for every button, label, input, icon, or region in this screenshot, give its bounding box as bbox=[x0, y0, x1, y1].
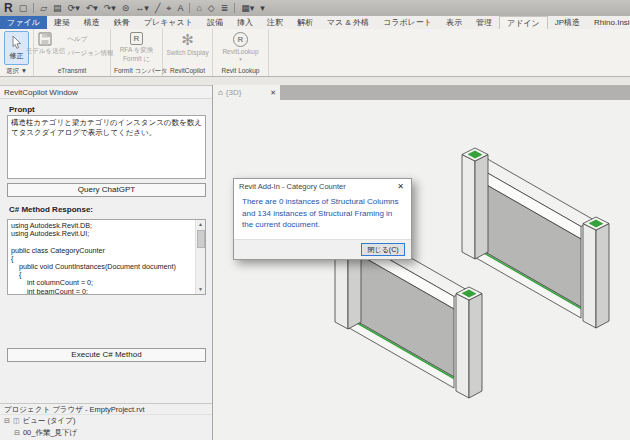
ribbon-seam bbox=[0, 77, 630, 85]
formit-icon: R bbox=[130, 32, 143, 45]
ui-window-icon[interactable]: ▢ bbox=[19, 0, 28, 16]
line-icon[interactable]: ╱ bbox=[155, 0, 160, 16]
view-tab-3d[interactable]: ⌂ {3D} ✕ bbox=[214, 85, 280, 100]
views-type-icon: ◫ bbox=[13, 417, 20, 425]
tab-systems[interactable]: 設備 bbox=[200, 16, 230, 29]
save-icon[interactable]: ▤ bbox=[53, 0, 62, 16]
undo-icon[interactable]: ↶▾ bbox=[86, 0, 98, 16]
scroll-down-icon[interactable]: ▼ bbox=[196, 285, 205, 294]
expander-icon[interactable]: ⊟ bbox=[14, 429, 20, 437]
expander-icon[interactable]: ⊟ bbox=[4, 417, 10, 425]
view-tab-close-icon[interactable]: ✕ bbox=[270, 89, 276, 97]
panel-label-select[interactable]: 選択 ▼ bbox=[0, 66, 33, 76]
ribbon-panel-formit: R RFA を変換 FormIt に FormIt コンバータ bbox=[111, 29, 163, 76]
send-model-button[interactable]: モデルを送信 bbox=[28, 31, 62, 56]
tree-row-views[interactable]: ⊟ ◫ ビュー (タイプ) bbox=[0, 415, 212, 427]
framing-panel bbox=[462, 148, 609, 328]
dialog-footer: 閉じる(C) bbox=[234, 239, 411, 259]
ribbon-tab-row: ファイル 建築 構造 鉄骨 プレキャスト 設備 挿入 注釈 解析 マス & 外構… bbox=[0, 16, 630, 29]
revitlookup-button[interactable]: R RevitLookup ▾ bbox=[220, 31, 260, 62]
view-tab-label: {3D} bbox=[226, 88, 242, 97]
revitlookup-icon: R bbox=[233, 32, 248, 47]
tab-structure[interactable]: 構造 bbox=[77, 16, 107, 29]
position-icon[interactable]: ⌖ bbox=[166, 0, 171, 16]
execute-csharp-button[interactable]: Execute C# Method bbox=[7, 348, 206, 362]
scroll-thumb[interactable] bbox=[197, 230, 205, 248]
qat-separator bbox=[234, 3, 235, 13]
print-icon[interactable]: ⊜ bbox=[122, 0, 130, 16]
dialog-title: Revit Add-In - Category Counter bbox=[239, 182, 346, 191]
code-text: using Autodesk.Revit.DB; using Autodesk.… bbox=[11, 222, 202, 295]
convert-rfa-button[interactable]: R RFA を変換 FormIt に bbox=[118, 31, 156, 63]
tab-steel[interactable]: 鉄骨 bbox=[107, 16, 137, 29]
panel-label-revitcopilot: RevitCopilot bbox=[163, 66, 212, 76]
code-response-box[interactable]: using Autodesk.Revit.DB; using Autodesk.… bbox=[7, 219, 206, 295]
openai-icon: ✻ bbox=[181, 32, 194, 48]
tab-manage[interactable]: 管理 bbox=[469, 16, 499, 29]
tab-addins[interactable]: アドイン bbox=[499, 16, 548, 29]
query-chatgpt-button[interactable]: Query ChatGPT bbox=[7, 183, 206, 197]
dialog-close-button[interactable]: 閉じる(C) bbox=[361, 243, 405, 256]
sync-icon[interactable]: ⟳▾ bbox=[68, 0, 80, 16]
response-label: C# Method Response: bbox=[9, 205, 93, 214]
tab-architecture[interactable]: 建築 bbox=[47, 16, 77, 29]
ribbon-panel-revitcopilot: ✻ Switch Display RevitCopilot bbox=[163, 29, 213, 76]
panel-label-revitlookup: Revit Lookup bbox=[213, 66, 268, 76]
formit-icon-letter: R bbox=[134, 34, 140, 43]
tab-view[interactable]: 表示 bbox=[439, 16, 469, 29]
view-tab-bar: ⌂ {3D} ✕ bbox=[214, 85, 630, 100]
panel-label-formit: FormIt コンバータ bbox=[111, 66, 162, 76]
send-model-label: モデルを送信 bbox=[26, 47, 66, 55]
ribbon-panel-etransmit: モデルを送信 ヘルプ バージョン情報 eTransmit bbox=[34, 29, 111, 76]
tree-label-views: ビュー (タイプ) bbox=[23, 416, 76, 426]
redo-icon[interactable]: ↷▾ bbox=[104, 0, 116, 16]
prompt-input[interactable]: 構造柱カテゴリと梁カテゴリのインスタンスの数を数えてタスクダイアログで表示してく… bbox=[7, 115, 206, 179]
revitcopilot-pane: RevitCopilot Window Pronpt 構造柱カテゴリと梁カテゴリ… bbox=[0, 85, 213, 440]
tab-annotate[interactable]: 注釈 bbox=[260, 16, 290, 29]
revitlookup-label: RevitLookup bbox=[222, 48, 258, 56]
project-browser: プロジェクト ブラウザ - EmptyProject.rvt ⊟ ◫ ビュー (… bbox=[0, 403, 212, 439]
tab-collaborate[interactable]: コラボレート bbox=[376, 16, 439, 29]
view-cube-icon[interactable]: ◇ bbox=[208, 0, 215, 16]
switch-windows-icon[interactable]: ▦▾ bbox=[241, 0, 254, 16]
qat-separator bbox=[189, 3, 190, 13]
dialog-message: There are 0 instances of Structural Colu… bbox=[242, 196, 403, 231]
window-titlebar: R ▢ ▱ ▤ ⟳▾ ↶▾ ↷▾ ⊜ ↔▾ ╱ ⌖ A ⌂ ◇ ≣ ▦▾ ▾ bbox=[0, 0, 630, 16]
scroll-up-icon[interactable]: ▲ bbox=[196, 220, 205, 229]
help-button[interactable]: ヘルプ bbox=[65, 34, 115, 45]
dialog-close-icon[interactable]: ✕ bbox=[395, 182, 406, 191]
3d-view bbox=[214, 100, 630, 440]
tab-insert[interactable]: 挿入 bbox=[230, 16, 260, 29]
tab-massing-site[interactable]: マス & 外構 bbox=[320, 16, 376, 29]
convert-rfa-label-2: FormIt に bbox=[123, 55, 150, 63]
tab-precast[interactable]: プレキャスト bbox=[137, 16, 200, 29]
tab-jp-structure[interactable]: JP構造 bbox=[548, 16, 587, 29]
cursor-icon bbox=[12, 36, 22, 49]
revit-logo-icon[interactable]: R bbox=[4, 0, 13, 16]
open-icon[interactable]: ▱ bbox=[40, 0, 47, 16]
version-info-button[interactable]: バージョン情報 bbox=[65, 48, 115, 59]
qat-separator bbox=[33, 3, 34, 13]
tree-row-workview[interactable]: ⊟ 00_作業_見下げ bbox=[0, 427, 212, 439]
panel-label-etransmit: eTransmit bbox=[34, 66, 110, 76]
revitlookup-icon-letter: R bbox=[238, 35, 244, 44]
tab-analyze[interactable]: 解析 bbox=[290, 16, 320, 29]
home-icon[interactable]: ⌂ bbox=[196, 0, 201, 16]
drawing-canvas[interactable] bbox=[214, 100, 630, 440]
switch-display-button[interactable]: ✻ Switch Display bbox=[167, 31, 208, 58]
measure-icon[interactable]: ↔▾ bbox=[135, 0, 149, 16]
text-icon[interactable]: A bbox=[177, 0, 183, 16]
dialog-body: There are 0 instances of Structural Colu… bbox=[234, 193, 411, 239]
tree-label-workview: 00_作業_見下げ bbox=[23, 428, 77, 438]
customize-qat-icon[interactable]: ▾ bbox=[260, 0, 265, 16]
view-3d-icon: ⌂ bbox=[218, 88, 223, 97]
project-browser-title[interactable]: プロジェクト ブラウザ - EmptyProject.rvt bbox=[0, 403, 212, 415]
tab-file[interactable]: ファイル bbox=[0, 16, 47, 29]
dialog-titlebar[interactable]: Revit Add-In - Category Counter ✕ bbox=[234, 179, 411, 193]
tab-rhino-inside[interactable]: Rhino.Inside bbox=[587, 16, 630, 29]
list-icon[interactable]: ≣ bbox=[221, 0, 229, 16]
code-scrollbar[interactable]: ▲ ▼ bbox=[195, 220, 205, 294]
pane-title[interactable]: RevitCopilot Window bbox=[0, 85, 212, 99]
revitlookup-caret-icon: ▾ bbox=[239, 57, 242, 61]
ribbon-panel-revitlookup: R RevitLookup ▾ Revit Lookup bbox=[213, 29, 269, 76]
